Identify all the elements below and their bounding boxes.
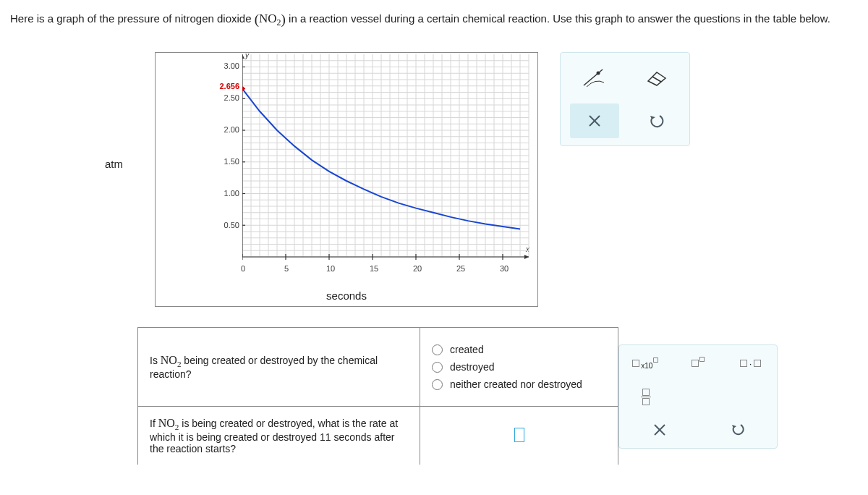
x-tick-25: 25 <box>456 264 465 273</box>
sci-notation-template-button[interactable]: x10 <box>628 352 663 374</box>
multiply-template-button[interactable]: · <box>733 352 768 374</box>
q1-prompt-cell: Is NO2 being created or destroyed by the… <box>138 328 420 407</box>
y-axis-label: atm <box>105 158 123 170</box>
chart-svg[interactable] <box>242 54 532 264</box>
radio-destroyed[interactable]: destroyed <box>432 361 606 373</box>
q1-options-cell: created destroyed neither created nor de… <box>420 328 618 407</box>
x-tick-15: 15 <box>370 264 378 273</box>
chem-formula: NO2 <box>259 12 281 25</box>
y-tick-1.00: 1.00 <box>224 189 239 198</box>
radio-created-label: created <box>450 344 484 355</box>
table-row: Is NO2 being created or destroyed by the… <box>138 328 618 407</box>
radio-neither-input[interactable] <box>432 379 443 390</box>
answer-input[interactable] <box>514 428 524 442</box>
svg-line-83 <box>584 69 603 85</box>
svg-point-84 <box>596 72 600 75</box>
eraser-tool-icon[interactable] <box>631 60 681 95</box>
table-row: If NO2 is being created or destroyed, wh… <box>138 407 618 465</box>
undo-button[interactable] <box>631 103 681 138</box>
undo-symbol-button[interactable] <box>718 419 757 441</box>
clear-button[interactable] <box>570 103 619 138</box>
x-tick-20: 20 <box>413 264 422 273</box>
radio-created[interactable]: created <box>432 344 606 355</box>
y-tick-0.50: 0.50 <box>224 221 239 229</box>
y-tick-1.50: 1.50 <box>224 157 239 166</box>
y-tick-2.50: 2.50 <box>224 93 239 102</box>
q2-answer-cell <box>420 407 618 465</box>
y-tick-2.00: 2.00 <box>224 125 239 134</box>
intro-after: in a reaction vessel during a certain ch… <box>286 12 830 25</box>
intro-text: Here is a graph of the pressure of nitro… <box>10 7 858 32</box>
graph-panel: atm seconds 3.00 2.50 2.00 1.50 1.00 0.5… <box>155 52 538 307</box>
svg-line-85 <box>652 77 661 82</box>
clear-symbol-button[interactable] <box>640 419 679 441</box>
radio-created-input[interactable] <box>432 344 443 355</box>
draw-tools-panel <box>560 52 690 146</box>
radio-destroyed-label: destroyed <box>450 361 494 373</box>
q2-prompt-cell: If NO2 is being created or destroyed, wh… <box>138 407 420 465</box>
x-tick-10: 10 <box>326 264 335 273</box>
y-marker-2.656: 2.656 <box>219 82 239 90</box>
intro-before: Here is a graph of the pressure of nitro… <box>10 12 255 25</box>
x-tick-0: 0 <box>241 264 245 273</box>
fraction-template-button[interactable] <box>628 386 664 407</box>
radio-neither[interactable]: neither created nor destroyed <box>432 378 606 390</box>
y-tick-3.00: 3.00 <box>224 62 239 70</box>
exponent-template-button[interactable] <box>681 352 716 374</box>
x-tick-30: 30 <box>500 264 509 273</box>
question-table: Is NO2 being created or destroyed by the… <box>137 327 618 465</box>
tangent-tool-icon[interactable] <box>570 60 619 95</box>
radio-neither-label: neither created nor destroyed <box>450 378 582 390</box>
symbol-tools-panel: x10 · <box>618 344 778 449</box>
x-tick-5: 5 <box>284 264 289 273</box>
radio-destroyed-input[interactable] <box>432 362 443 373</box>
x-axis-label: seconds <box>156 289 537 302</box>
